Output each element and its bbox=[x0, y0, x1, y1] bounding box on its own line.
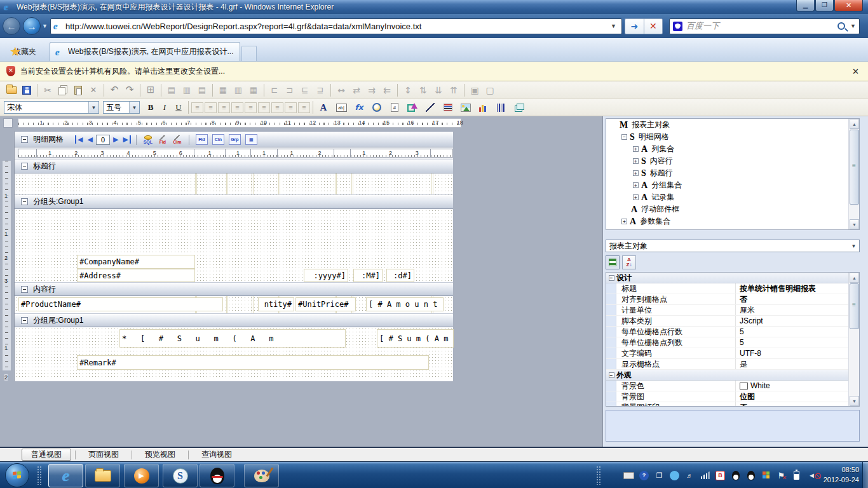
scroll-up-icon[interactable]: ▲ bbox=[850, 273, 859, 283]
categorized-view-button[interactable] bbox=[606, 255, 620, 269]
next-record-button[interactable]: ▶ bbox=[112, 135, 119, 144]
underline-button[interactable]: U bbox=[172, 101, 186, 114]
day-field[interactable]: :d#] bbox=[386, 269, 414, 282]
ime-keyboard-icon[interactable] bbox=[623, 470, 634, 481]
font-size-select[interactable]: 五号 ▼ bbox=[103, 101, 140, 114]
go-button[interactable]: ➜ bbox=[625, 18, 644, 34]
title-band-body[interactable] bbox=[15, 173, 453, 194]
year-field[interactable]: :yyyy#] bbox=[304, 269, 348, 282]
delete-button[interactable]: ✕ bbox=[86, 83, 101, 98]
open-button[interactable] bbox=[4, 83, 19, 98]
collapse-icon[interactable] bbox=[21, 163, 28, 170]
property-row[interactable]: 每单位栅格点列数5 bbox=[606, 337, 859, 348]
tree-item-内容行[interactable]: +S内容行 bbox=[606, 155, 859, 167]
battery-icon[interactable] bbox=[791, 470, 802, 481]
qq-tray-icon-2[interactable] bbox=[745, 470, 756, 481]
bold-button[interactable]: B bbox=[144, 101, 158, 114]
rich-text-icon[interactable] bbox=[440, 100, 456, 115]
column-ruler-segment[interactable] bbox=[18, 149, 37, 158]
textbox-icon[interactable]: ab| bbox=[334, 100, 349, 115]
shape-icon[interactable] bbox=[405, 100, 420, 115]
h-space-remove-button[interactable]: ⇇ bbox=[379, 83, 395, 98]
warning-text[interactable]: 当前安全设置会使计算机有风险。请单击这里更改安全设置... bbox=[20, 66, 852, 77]
search-box[interactable]: 百度一下 ▼ bbox=[669, 18, 860, 34]
property-row[interactable]: 每单位栅格点行数5 bbox=[606, 327, 859, 337]
property-row[interactable]: 脚本类别JScript bbox=[606, 316, 859, 327]
property-value[interactable]: UTF-8 bbox=[736, 348, 859, 358]
undo-button[interactable]: ↶ bbox=[107, 83, 122, 98]
title-band-header[interactable]: 标题行 bbox=[15, 159, 453, 173]
group-header-band-body[interactable]: #CompanyName##Address#:yyyy#]:M#]:d#] bbox=[15, 209, 453, 282]
center-in-section-button[interactable]: ⊒ bbox=[313, 83, 328, 98]
chart-icon[interactable] bbox=[476, 100, 491, 115]
align-left-button[interactable]: ▤ bbox=[164, 83, 179, 98]
detail-band-header[interactable]: 内容行 bbox=[15, 282, 453, 296]
taskbar-media-player[interactable]: ▶ bbox=[124, 464, 159, 487]
sum-expression-field[interactable]: * [ # S u m ( A m bbox=[119, 329, 346, 348]
group-footer-band-body[interactable]: * [ # S u m ( A m[ # S u m ( A m#Remark# bbox=[15, 327, 453, 379]
copy-button[interactable] bbox=[55, 83, 71, 98]
search-icon[interactable] bbox=[837, 22, 845, 30]
amount-field[interactable]: [ # A m o u n t bbox=[366, 297, 444, 311]
h-space-equal-button[interactable]: ↔ bbox=[334, 83, 349, 98]
taskbar-explorer[interactable] bbox=[85, 464, 120, 487]
object-selector[interactable]: 报表主对象 ▼ bbox=[606, 240, 860, 252]
column-ruler-segment[interactable]: 123456 bbox=[37, 149, 194, 158]
align-top-button[interactable]: ▦ bbox=[215, 83, 231, 98]
windows-update-icon[interactable] bbox=[761, 470, 771, 481]
text-align-left-icon[interactable]: ≡ bbox=[191, 102, 203, 113]
group-header-band-header[interactable]: 分组头:Group1 bbox=[15, 194, 453, 209]
scroll-down-icon[interactable]: ▼ bbox=[850, 219, 859, 229]
insert-field-button[interactable]: Fld bbox=[196, 134, 208, 145]
expand-icon[interactable]: + bbox=[633, 158, 639, 164]
qq-tray-icon[interactable] bbox=[730, 470, 741, 481]
tree-item-标题行[interactable]: +S标题行 bbox=[606, 167, 859, 179]
text-bottom-right-icon[interactable]: ≡ bbox=[298, 102, 310, 113]
detail-grid-band-bar[interactable]: 明细网格 ◀◀0▶▶SQLFldClmFldClnGrp▦ bbox=[15, 132, 453, 147]
tree-item-分组集合[interactable]: +A分组集合 bbox=[606, 179, 859, 191]
recent-pages-dropdown-icon[interactable]: ▼ bbox=[42, 23, 48, 29]
tree-item-列集合[interactable]: +A列集合 bbox=[606, 143, 859, 155]
font-name-dropdown-icon[interactable]: ▼ bbox=[88, 102, 98, 113]
collapse-icon[interactable] bbox=[21, 198, 28, 205]
unit-price-field[interactable]: #UnitPrice# bbox=[295, 297, 356, 311]
v-space-equal-button[interactable]: ↕ bbox=[400, 83, 416, 98]
scroll-down-icon[interactable]: ▼ bbox=[850, 396, 859, 406]
column-ruler-segment[interactable]: 123 bbox=[351, 149, 431, 158]
collapse-icon[interactable] bbox=[21, 286, 28, 293]
clock-icon[interactable] bbox=[369, 100, 384, 115]
bank-security-icon[interactable]: B bbox=[715, 470, 726, 481]
taskbar-clock[interactable]: 08:50 2012-09-24 bbox=[824, 464, 859, 485]
month-field[interactable]: :M#] bbox=[353, 269, 383, 282]
sum-amount-field[interactable]: [ # S u m ( A m bbox=[377, 329, 454, 348]
quantity-field[interactable]: ntity# bbox=[258, 297, 294, 311]
cut-button[interactable]: ✂ bbox=[40, 83, 55, 98]
property-value[interactable]: JScript bbox=[736, 316, 859, 326]
align-bottom-button[interactable]: ▦ bbox=[246, 83, 261, 98]
property-group-外观[interactable]: −外观 bbox=[606, 370, 859, 381]
scrollbar-thumb[interactable] bbox=[850, 283, 859, 329]
insert-column-button[interactable]: Cln bbox=[212, 134, 224, 145]
property-scrollbar[interactable]: ▲ ▼ bbox=[848, 273, 859, 406]
restore-button[interactable]: ❐ bbox=[815, 0, 834, 11]
text-align-center-icon[interactable]: ≡ bbox=[205, 102, 217, 113]
new-tab-button[interactable] bbox=[241, 46, 257, 61]
first-record-button[interactable]: ◀ bbox=[75, 135, 84, 144]
prev-record-button[interactable]: ◀ bbox=[86, 135, 93, 144]
view-tab-2[interactable]: 页面视图 bbox=[79, 449, 128, 461]
tree-item-浮动部件框[interactable]: A浮动部件框 bbox=[606, 203, 859, 215]
property-row[interactable]: 显示栅格点是 bbox=[606, 359, 859, 370]
font-color-icon[interactable]: A bbox=[316, 100, 331, 115]
tree-scrollbar[interactable]: ▲ ▼ bbox=[848, 119, 859, 229]
muted-volume-icon[interactable]: ◄⃠ bbox=[806, 470, 817, 481]
auto-field-button[interactable]: Fld bbox=[156, 133, 169, 146]
snap-to-grid-button[interactable]: ⊞ bbox=[143, 83, 158, 98]
taskbar-qq[interactable] bbox=[200, 464, 234, 487]
font-size-dropdown-icon[interactable]: ▼ bbox=[129, 102, 139, 113]
minimize-button[interactable]: ▁ bbox=[796, 0, 815, 11]
align-center-button[interactable]: ▥ bbox=[179, 83, 194, 98]
property-row[interactable]: 背景图位图 bbox=[606, 391, 859, 402]
v-space-decrease-button[interactable]: ⇊ bbox=[431, 83, 446, 98]
bring-to-front-button[interactable]: ▣ bbox=[467, 83, 482, 98]
property-row[interactable]: 标题按单统计销售明细报表 bbox=[606, 283, 859, 294]
